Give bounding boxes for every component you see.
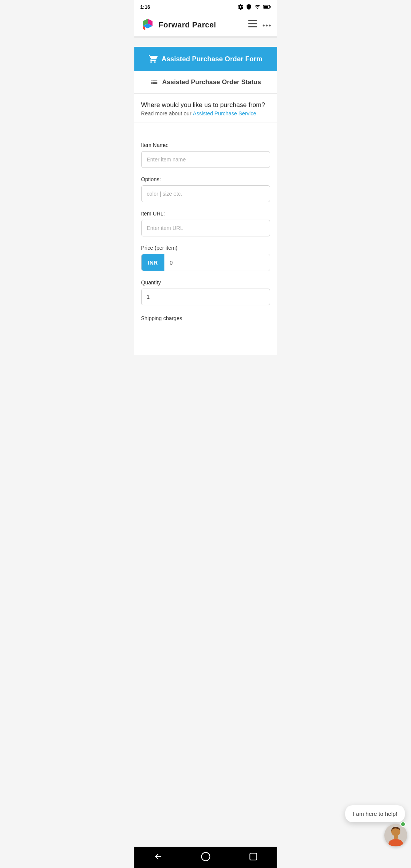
svg-point-12 — [269, 25, 271, 27]
tab-order-status-label: Assisted Purchase Order Status — [162, 78, 261, 86]
options-group: Options: — [141, 176, 270, 202]
svg-rect-1 — [269, 6, 271, 8]
item-name-input[interactable] — [141, 151, 270, 168]
quantity-label: Quantity — [141, 279, 270, 286]
form-spacer — [141, 131, 270, 142]
more-button[interactable] — [263, 21, 271, 28]
svg-point-11 — [266, 25, 268, 27]
tab-order-form[interactable]: Assisted Purchase Order Form — [134, 47, 277, 71]
currency-badge: INR — [142, 254, 164, 271]
form-intro-sub: Read more about our Assisted Purchase Se… — [141, 110, 270, 116]
brand-logo-icon — [140, 18, 155, 32]
settings-icon — [237, 4, 244, 10]
status-bar: 1:16 — [134, 0, 277, 14]
price-label: Price (per item) — [141, 245, 270, 251]
quantity-input[interactable] — [141, 289, 270, 305]
form-intro-subtext: Read more about our — [141, 110, 191, 116]
options-label: Options: — [141, 176, 270, 182]
brand-name: Forward Parcel — [159, 21, 217, 29]
options-input[interactable] — [141, 185, 270, 202]
item-url-group: Item URL: — [141, 211, 270, 236]
item-name-group: Item Name: — [141, 142, 270, 168]
tab-order-form-label: Assisted Purchase Order Form — [161, 55, 262, 63]
item-url-label: Item URL: — [141, 211, 270, 217]
svg-rect-2 — [264, 6, 268, 8]
form-body: Item Name: Options: Item URL: Price (per… — [134, 123, 277, 355]
svg-rect-7 — [248, 20, 257, 21]
form-intro-title: Where would you like us to purchase from… — [141, 101, 270, 109]
price-row: INR — [141, 254, 270, 271]
menu-button[interactable] — [248, 20, 257, 29]
wifi-icon — [254, 4, 261, 10]
form-intro: Where would you like us to purchase from… — [134, 94, 277, 123]
shipping-label: Shipping charges — [141, 315, 270, 321]
page-content: Assisted Purchase Order Form Assisted Pu… — [134, 47, 277, 355]
brand: Forward Parcel — [140, 18, 217, 32]
spacer — [134, 38, 277, 47]
navbar-actions — [248, 20, 271, 29]
price-group: Price (per item) INR — [141, 245, 270, 271]
battery-icon — [263, 4, 271, 10]
item-name-label: Item Name: — [141, 142, 270, 148]
status-time: 1:16 — [140, 4, 150, 10]
quantity-group: Quantity — [141, 279, 270, 305]
svg-point-10 — [263, 25, 264, 27]
svg-rect-8 — [248, 23, 257, 24]
list-icon — [150, 78, 158, 86]
item-url-input[interactable] — [141, 220, 270, 236]
tab-order-status[interactable]: Assisted Purchase Order Status — [134, 71, 277, 94]
navbar: Forward Parcel — [134, 14, 277, 36]
shield-icon — [246, 4, 252, 10]
svg-rect-9 — [248, 26, 257, 27]
price-input[interactable] — [164, 254, 270, 271]
cart-icon — [148, 54, 158, 64]
status-icons — [237, 4, 271, 10]
assisted-purchase-link[interactable]: Assisted Purchase Service — [193, 110, 256, 116]
shipping-group: Shipping charges — [141, 314, 270, 347]
